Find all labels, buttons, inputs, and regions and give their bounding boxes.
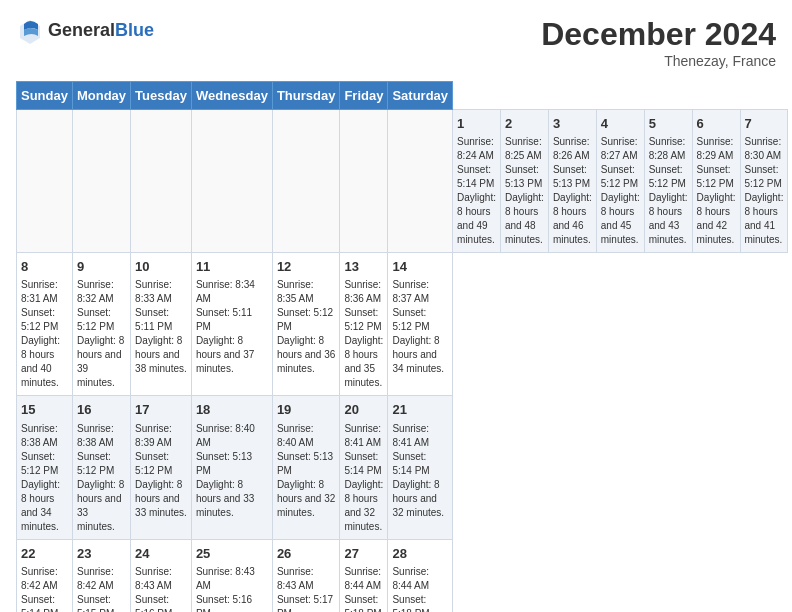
logo-blue: Blue [115, 20, 154, 41]
calendar-table: Sunday Monday Tuesday Wednesday Thursday… [16, 81, 788, 612]
table-row: 10Sunrise: 8:33 AMSunset: 5:11 PMDayligh… [131, 253, 192, 396]
table-row: 15Sunrise: 8:38 AMSunset: 5:12 PMDayligh… [17, 396, 73, 539]
main-title: December 2024 [541, 16, 776, 53]
header-row: Sunday Monday Tuesday Wednesday Thursday… [17, 82, 788, 110]
table-row: 24Sunrise: 8:43 AMSunset: 5:16 PMDayligh… [131, 539, 192, 612]
calendar-week-2: 8Sunrise: 8:31 AMSunset: 5:12 PMDaylight… [17, 253, 788, 396]
col-sunday: Sunday [17, 82, 73, 110]
table-row: 18Sunrise: 8:40 AMSunset: 5:13 PMDayligh… [191, 396, 272, 539]
table-row: 26Sunrise: 8:43 AMSunset: 5:17 PMDayligh… [272, 539, 340, 612]
table-row: 9Sunrise: 8:32 AMSunset: 5:12 PMDaylight… [72, 253, 130, 396]
col-friday: Friday [340, 82, 388, 110]
table-row: 2Sunrise: 8:25 AMSunset: 5:13 PMDaylight… [500, 110, 548, 253]
logo-text-container: General Blue [48, 20, 154, 41]
col-monday: Monday [72, 82, 130, 110]
col-tuesday: Tuesday [131, 82, 192, 110]
calendar-week-3: 15Sunrise: 8:38 AMSunset: 5:12 PMDayligh… [17, 396, 788, 539]
col-thursday: Thursday [272, 82, 340, 110]
col-wednesday: Wednesday [191, 82, 272, 110]
table-row: 25Sunrise: 8:43 AMSunset: 5:16 PMDayligh… [191, 539, 272, 612]
table-row: 27Sunrise: 8:44 AMSunset: 5:18 PMDayligh… [340, 539, 388, 612]
table-row: 6Sunrise: 8:29 AMSunset: 5:12 PMDaylight… [692, 110, 740, 253]
table-row: 13Sunrise: 8:36 AMSunset: 5:12 PMDayligh… [340, 253, 388, 396]
table-row: 7Sunrise: 8:30 AMSunset: 5:12 PMDaylight… [740, 110, 788, 253]
table-row: 12Sunrise: 8:35 AMSunset: 5:12 PMDayligh… [272, 253, 340, 396]
calendar-week-1: 1Sunrise: 8:24 AMSunset: 5:14 PMDaylight… [17, 110, 788, 253]
table-row [272, 110, 340, 253]
table-row [131, 110, 192, 253]
table-row: 3Sunrise: 8:26 AMSunset: 5:13 PMDaylight… [548, 110, 596, 253]
logo-icon [16, 16, 44, 44]
col-saturday: Saturday [388, 82, 453, 110]
table-row: 8Sunrise: 8:31 AMSunset: 5:12 PMDaylight… [17, 253, 73, 396]
table-row: 21Sunrise: 8:41 AMSunset: 5:14 PMDayligh… [388, 396, 453, 539]
table-row: 22Sunrise: 8:42 AMSunset: 5:14 PMDayligh… [17, 539, 73, 612]
calendar-header: Sunday Monday Tuesday Wednesday Thursday… [17, 82, 788, 110]
calendar-body: 1Sunrise: 8:24 AMSunset: 5:14 PMDaylight… [17, 110, 788, 613]
table-row: 16Sunrise: 8:38 AMSunset: 5:12 PMDayligh… [72, 396, 130, 539]
table-row [72, 110, 130, 253]
table-row: 17Sunrise: 8:39 AMSunset: 5:12 PMDayligh… [131, 396, 192, 539]
page-header: General Blue December 2024 Thenezay, Fra… [16, 16, 776, 69]
title-area: December 2024 Thenezay, France [541, 16, 776, 69]
table-row [191, 110, 272, 253]
table-row: 14Sunrise: 8:37 AMSunset: 5:12 PMDayligh… [388, 253, 453, 396]
table-row: 1Sunrise: 8:24 AMSunset: 5:14 PMDaylight… [453, 110, 501, 253]
table-row: 23Sunrise: 8:42 AMSunset: 5:15 PMDayligh… [72, 539, 130, 612]
subtitle: Thenezay, France [541, 53, 776, 69]
table-row [340, 110, 388, 253]
logo: General Blue [16, 16, 154, 44]
logo-general: General [48, 20, 115, 41]
table-row [17, 110, 73, 253]
table-row: 4Sunrise: 8:27 AMSunset: 5:12 PMDaylight… [596, 110, 644, 253]
table-row: 19Sunrise: 8:40 AMSunset: 5:13 PMDayligh… [272, 396, 340, 539]
table-row: 28Sunrise: 8:44 AMSunset: 5:18 PMDayligh… [388, 539, 453, 612]
table-row [388, 110, 453, 253]
calendar-week-4: 22Sunrise: 8:42 AMSunset: 5:14 PMDayligh… [17, 539, 788, 612]
table-row: 5Sunrise: 8:28 AMSunset: 5:12 PMDaylight… [644, 110, 692, 253]
table-row: 11Sunrise: 8:34 AMSunset: 5:11 PMDayligh… [191, 253, 272, 396]
table-row: 20Sunrise: 8:41 AMSunset: 5:14 PMDayligh… [340, 396, 388, 539]
